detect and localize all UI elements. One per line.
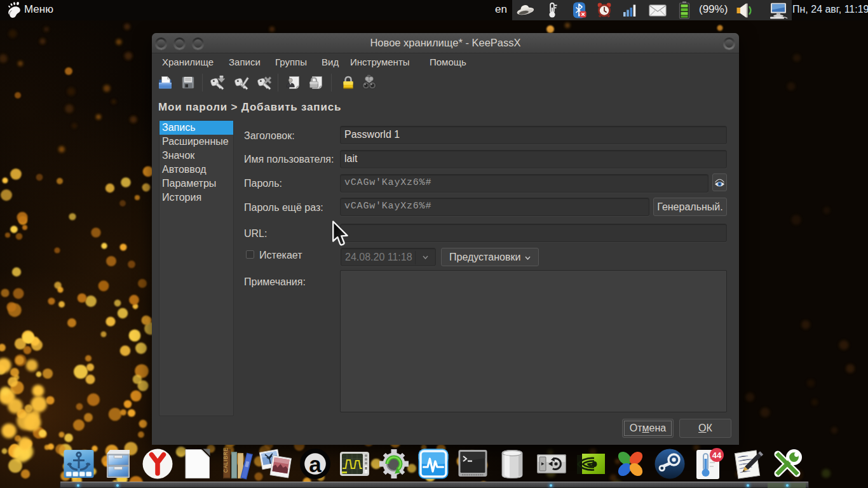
svg-text:a: a (309, 452, 322, 477)
svg-text:44: 44 (712, 451, 722, 460)
svg-text:CALIBRE: CALIBRE (222, 447, 229, 473)
